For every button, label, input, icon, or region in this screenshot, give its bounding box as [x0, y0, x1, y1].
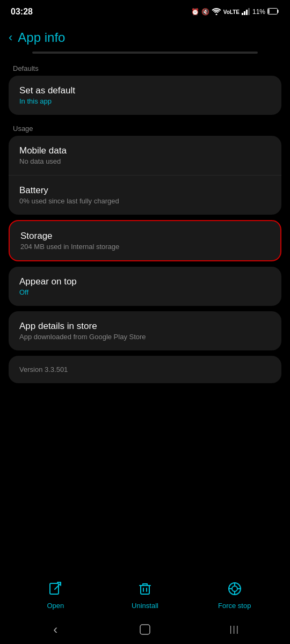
usage-section-label: Usage	[9, 120, 281, 136]
storage-title: Storage	[20, 231, 270, 241]
mobile-data-title: Mobile data	[19, 145, 271, 156]
open-icon	[48, 581, 63, 598]
nav-home-button[interactable]	[100, 624, 190, 635]
uninstall-button[interactable]: Uninstall	[100, 581, 190, 610]
storage-subtitle: 204 MB used in Internal storage	[20, 243, 270, 251]
lte-icon: VoLTE	[223, 9, 240, 15]
force-stop-button[interactable]: Force stop	[190, 581, 279, 610]
defaults-section-label: Defaults	[9, 60, 281, 76]
action-bar: Open Uninstall Force stop	[0, 574, 290, 617]
set-as-default-subtitle: In this app	[19, 97, 271, 105]
svg-rect-6	[278, 10, 279, 13]
appear-on-top-title: Appear on top	[19, 276, 271, 287]
appear-on-top-subtitle: Off	[19, 288, 271, 296]
separator	[32, 52, 258, 54]
status-icons: ⏰ 🔇 VoLTE 11%	[191, 8, 279, 17]
svg-rect-3	[246, 10, 248, 15]
svg-point-13	[232, 586, 237, 591]
status-time: 03:28	[11, 7, 33, 17]
nav-back-button[interactable]: ‹	[11, 622, 100, 637]
svg-rect-2	[244, 11, 245, 15]
nav-bar: ‹ |||	[0, 617, 290, 644]
mobile-data-subtitle: No data used	[19, 157, 271, 165]
alarm-icon: ⏰	[191, 8, 199, 16]
appear-on-top-card[interactable]: Appear on top Off	[9, 267, 281, 306]
battery-subtitle: 0% used since last fully charged	[19, 197, 271, 205]
force-stop-label: Force stop	[218, 602, 251, 610]
battery-card[interactable]: Battery 0% used since last fully charged	[9, 175, 281, 215]
svg-rect-1	[242, 13, 243, 15]
set-as-default-card[interactable]: Set as default In this app	[9, 76, 281, 115]
uninstall-icon	[137, 581, 153, 598]
version-card: Version 3.3.501	[9, 356, 281, 383]
svg-rect-8	[50, 583, 59, 594]
page-title: App info	[18, 30, 65, 45]
battery-title: Battery	[19, 185, 271, 196]
svg-rect-9	[141, 586, 149, 594]
force-stop-icon	[227, 581, 242, 598]
storage-card[interactable]: Storage 204 MB used in Internal storage	[9, 220, 281, 261]
signal-icon	[242, 8, 250, 17]
mobile-data-card[interactable]: Mobile data No data used	[9, 136, 281, 175]
wifi-icon	[212, 8, 221, 17]
svg-rect-18	[140, 625, 150, 634]
header: ‹ App info	[0, 21, 290, 52]
uninstall-label: Uninstall	[132, 602, 158, 610]
status-bar: 03:28 ⏰ 🔇 VoLTE 11%	[0, 0, 290, 21]
back-button[interactable]: ‹	[9, 31, 12, 45]
open-button[interactable]: Open	[11, 581, 100, 610]
mute-icon: 🔇	[201, 8, 209, 16]
usage-group: Mobile data No data used Battery 0% used…	[9, 136, 281, 215]
app-details-title: App details in store	[19, 321, 271, 332]
content-area: Defaults Set as default In this app Usag…	[0, 58, 290, 389]
svg-rect-4	[248, 8, 250, 15]
app-details-subtitle: App downloaded from Google Play Store	[19, 333, 271, 341]
svg-rect-7	[269, 9, 270, 13]
battery-icon	[267, 8, 279, 16]
battery-text: 11%	[252, 8, 265, 16]
set-as-default-title: Set as default	[19, 85, 271, 96]
version-text: Version 3.3.501	[19, 365, 271, 374]
app-details-card[interactable]: App details in store App downloaded from…	[9, 311, 281, 350]
open-label: Open	[47, 602, 64, 610]
nav-recents-button[interactable]: |||	[190, 625, 279, 634]
svg-point-0	[215, 13, 217, 15]
